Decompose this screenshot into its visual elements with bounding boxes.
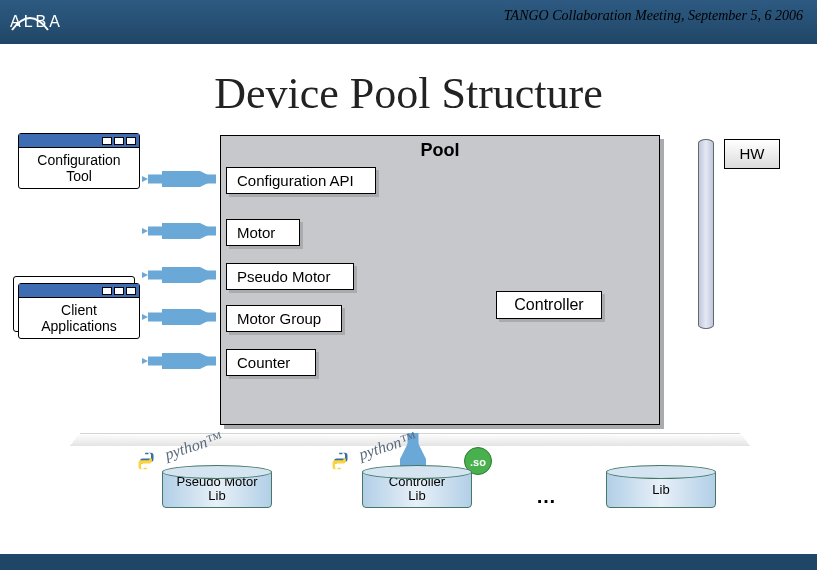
close-icon	[126, 287, 136, 295]
close-icon	[126, 137, 136, 145]
pipe-shape	[698, 139, 714, 329]
min-icon	[102, 137, 112, 145]
titlebar	[19, 284, 139, 298]
config-api-box: Configuration API	[226, 167, 376, 194]
diagram: Pool Configuration API Motor Pseudo Moto…	[0, 131, 817, 551]
svg-point-0	[16, 22, 20, 26]
header: ALBA TANGO Collaboration Meeting, Septem…	[0, 0, 817, 44]
min-icon	[102, 287, 112, 295]
generic-lib: Lib	[606, 465, 716, 508]
pseudo-motor-lib: Pseudo Motor Lib	[162, 465, 272, 508]
titlebar	[19, 134, 139, 148]
max-icon	[114, 287, 124, 295]
arrow-group	[142, 309, 224, 325]
client-apps-window: Client Applications	[18, 283, 140, 339]
controller-box: Controller	[496, 291, 602, 319]
arrow-counter	[142, 353, 224, 369]
hw-box: HW	[724, 139, 780, 169]
config-tool-label: Configuration Tool	[19, 148, 139, 188]
max-icon	[114, 137, 124, 145]
config-tool-window: Configuration Tool	[18, 133, 140, 189]
alba-logo: ALBA	[10, 13, 63, 31]
arrow-pseudo	[142, 267, 224, 283]
ellipsis: …	[536, 485, 556, 508]
motor-box: Motor	[226, 219, 300, 246]
client-apps-label: Client Applications	[19, 298, 139, 338]
python-icon	[136, 451, 156, 471]
meeting-title: TANGO Collaboration Meeting, September 5…	[504, 8, 803, 24]
page-title: Device Pool Structure	[0, 68, 817, 119]
controller-lib: Controller Lib	[362, 465, 472, 508]
arrow-config	[142, 171, 224, 187]
footer-bar	[0, 554, 817, 570]
arrow-motor	[142, 223, 224, 239]
pool-title: Pool	[221, 136, 659, 161]
alba-arc-icon	[10, 10, 50, 34]
motor-group-box: Motor Group	[226, 305, 342, 332]
counter-box: Counter	[226, 349, 316, 376]
python-icon	[330, 451, 350, 471]
pseudo-motor-box: Pseudo Motor	[226, 263, 354, 290]
